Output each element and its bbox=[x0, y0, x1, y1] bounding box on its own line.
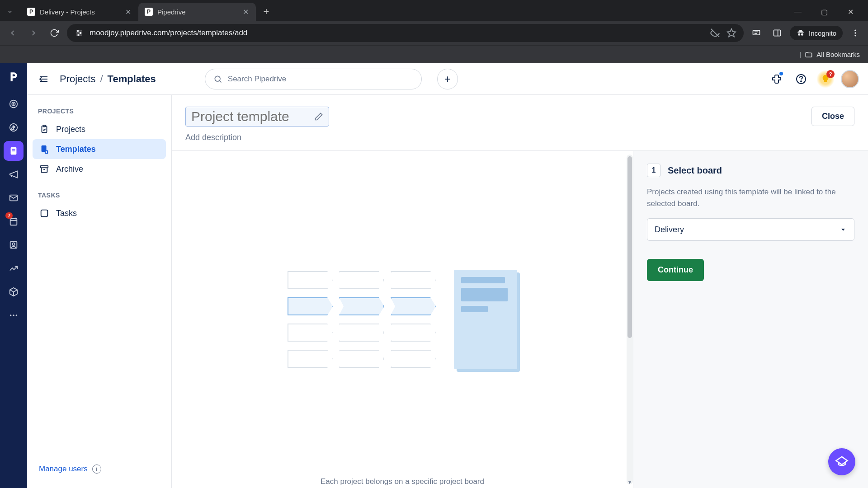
breadcrumb-sep: / bbox=[100, 73, 103, 85]
collapse-sidebar-button[interactable] bbox=[36, 71, 52, 87]
svg-point-3 bbox=[77, 30, 79, 32]
svg-rect-21 bbox=[12, 149, 15, 150]
sidebar-item-archive[interactable]: Archive bbox=[33, 159, 166, 179]
browser-menu-icon[interactable] bbox=[847, 25, 863, 41]
address-bar[interactable]: moodjoy.pipedrive.com/projects/templates… bbox=[67, 24, 744, 42]
reload-button[interactable] bbox=[46, 25, 62, 41]
search-icon bbox=[213, 75, 222, 84]
minimize-icon[interactable]: — bbox=[790, 4, 806, 19]
template-icon bbox=[39, 144, 50, 155]
forward-button[interactable] bbox=[25, 25, 42, 41]
quick-add-button[interactable]: + bbox=[437, 69, 458, 89]
nav-deals-icon[interactable] bbox=[4, 117, 24, 137]
help-icon[interactable] bbox=[792, 70, 810, 88]
svg-point-13 bbox=[854, 30, 856, 31]
manage-users-link[interactable]: Manage users i bbox=[33, 460, 166, 478]
continue-button[interactable]: Continue bbox=[647, 259, 704, 281]
marketplace-icon[interactable] bbox=[768, 70, 786, 88]
archive-icon bbox=[39, 164, 50, 174]
manage-users-label: Manage users bbox=[39, 465, 88, 474]
tab-title: Delivery - Projects bbox=[40, 8, 119, 16]
sales-assistant-icon[interactable]: ? bbox=[816, 70, 835, 88]
add-description-field[interactable]: Add description bbox=[185, 133, 329, 142]
sidebar-item-label: Archive bbox=[56, 164, 83, 174]
sidebar-item-projects[interactable]: Projects bbox=[33, 119, 166, 139]
side-panel-icon[interactable] bbox=[769, 25, 785, 41]
step-title: Select board bbox=[668, 165, 722, 176]
tab-search-dropdown[interactable] bbox=[4, 5, 16, 18]
svg-point-18 bbox=[13, 103, 14, 104]
window-controls: — ▢ ✕ bbox=[790, 4, 864, 19]
config-panel: 1 Select board Projects created using th… bbox=[633, 151, 868, 488]
browser-tab-1[interactable]: P Pipedrive ✕ bbox=[138, 3, 256, 21]
bookmark-star-icon[interactable] bbox=[726, 28, 736, 38]
assistant-badge: ? bbox=[826, 70, 835, 78]
nav-products-icon[interactable] bbox=[4, 282, 24, 302]
sidebar: PROJECTS Projects Templates Archive TASK… bbox=[27, 95, 172, 488]
left-rail: 7 bbox=[0, 63, 27, 488]
title-field[interactable] bbox=[191, 109, 309, 124]
close-icon[interactable]: ✕ bbox=[124, 8, 132, 16]
template-title-input[interactable] bbox=[185, 107, 329, 127]
svg-rect-8 bbox=[753, 30, 760, 35]
new-tab-button[interactable]: + bbox=[259, 4, 274, 19]
search-placeholder: Search Pipedrive bbox=[228, 75, 286, 84]
scrollbar[interactable]: ▲ ▼ bbox=[627, 155, 633, 484]
content-area: Add description Close bbox=[172, 95, 868, 488]
select-value: Delivery bbox=[655, 225, 684, 235]
pencil-icon[interactable] bbox=[314, 112, 323, 121]
board-select[interactable]: Delivery bbox=[647, 218, 854, 241]
nav-activities-icon[interactable]: 7 bbox=[4, 211, 24, 231]
nav-campaigns-icon[interactable] bbox=[4, 164, 24, 184]
svg-line-37 bbox=[220, 80, 222, 82]
eye-off-icon[interactable] bbox=[710, 28, 720, 38]
pipedrive-logo-icon[interactable] bbox=[5, 68, 23, 86]
svg-point-36 bbox=[215, 76, 220, 81]
svg-point-30 bbox=[10, 314, 12, 316]
incognito-label: Incognito bbox=[809, 29, 836, 37]
url-text: moodjoy.pipedrive.com/projects/templates… bbox=[90, 28, 247, 38]
sidebar-item-label: Templates bbox=[56, 145, 96, 154]
close-button[interactable]: Close bbox=[811, 107, 854, 126]
favicon-icon: P bbox=[27, 8, 35, 16]
svg-rect-22 bbox=[12, 150, 15, 151]
nav-projects-icon[interactable] bbox=[4, 141, 24, 161]
all-bookmarks-link[interactable]: All Bookmarks bbox=[816, 51, 860, 58]
incognito-chip[interactable]: Incognito bbox=[790, 26, 843, 40]
media-control-icon[interactable] bbox=[748, 25, 764, 41]
sidebar-section-projects: PROJECTS bbox=[33, 105, 166, 119]
search-input[interactable]: Search Pipedrive bbox=[205, 69, 422, 89]
svg-marker-7 bbox=[727, 29, 736, 37]
svg-point-39 bbox=[801, 81, 802, 82]
close-window-icon[interactable]: ✕ bbox=[843, 4, 858, 19]
close-icon[interactable]: ✕ bbox=[241, 8, 250, 16]
sidebar-item-tasks[interactable]: Tasks bbox=[33, 203, 166, 223]
sidebar-item-templates[interactable]: Templates bbox=[33, 139, 166, 159]
back-button[interactable] bbox=[5, 25, 21, 41]
sidebar-item-label: Tasks bbox=[56, 209, 77, 218]
content-header: Add description Close bbox=[172, 95, 868, 151]
scroll-thumb[interactable] bbox=[627, 156, 632, 338]
svg-rect-48 bbox=[41, 210, 48, 217]
nav-insights-icon[interactable] bbox=[4, 258, 24, 278]
help-fab[interactable] bbox=[828, 448, 855, 475]
avatar[interactable] bbox=[841, 70, 859, 88]
nav-leads-icon[interactable] bbox=[4, 94, 24, 114]
svg-rect-46 bbox=[41, 166, 48, 168]
nav-mail-icon[interactable] bbox=[4, 188, 24, 208]
nav-contacts-icon[interactable] bbox=[4, 235, 24, 255]
svg-point-4 bbox=[80, 33, 81, 34]
sidebar-item-label: Projects bbox=[56, 125, 85, 134]
chevron-down-icon bbox=[840, 226, 847, 233]
maximize-icon[interactable]: ▢ bbox=[816, 4, 832, 19]
step-description: Projects created using this template wil… bbox=[647, 186, 854, 209]
breadcrumb: Projects / Templates bbox=[60, 73, 156, 85]
svg-point-14 bbox=[854, 32, 856, 33]
info-icon[interactable]: i bbox=[92, 465, 101, 474]
browser-tab-0[interactable]: P Delivery - Projects ✕ bbox=[21, 3, 138, 21]
scroll-down-icon[interactable]: ▼ bbox=[627, 479, 633, 485]
breadcrumb-root[interactable]: Projects bbox=[60, 73, 95, 85]
site-settings-icon[interactable] bbox=[74, 28, 84, 38]
nav-more-icon[interactable] bbox=[4, 305, 24, 325]
svg-point-29 bbox=[12, 243, 15, 245]
